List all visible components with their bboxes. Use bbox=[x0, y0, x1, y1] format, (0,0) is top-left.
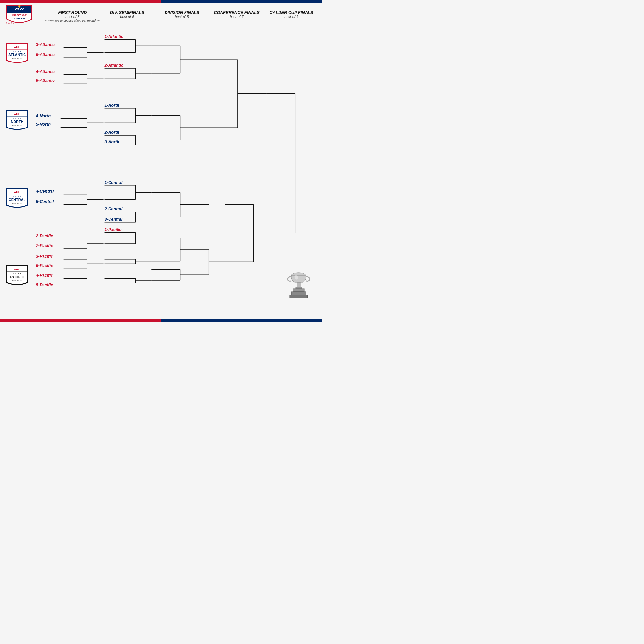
team-2-north: 2-North bbox=[104, 130, 119, 135]
team-1-atlantic: 1-Atlantic bbox=[105, 34, 124, 39]
bracket-svg: 3-Atlantic 6-Atlantic 4-Atlantic 5-Atlan… bbox=[0, 28, 322, 319]
team-2-atlantic: 2-Atlantic bbox=[104, 63, 124, 68]
round-2-title: DIV. SEMIFINALS bbox=[100, 10, 155, 15]
calder-cup-logo: 20 22 CALDER CUP PLAYOFFS 🏆 ★★★★★ bbox=[3, 3, 35, 26]
team-1-north: 1-North bbox=[105, 103, 119, 108]
svg-rect-125 bbox=[297, 282, 300, 287]
round-header-calder-finals: CALDER CUP FINALS best-of-7 bbox=[264, 10, 319, 19]
team-5-atlantic: 5-Atlantic bbox=[36, 78, 55, 83]
round-4-format: best-of-7 bbox=[209, 15, 264, 19]
svg-text:PLAYOFFS: PLAYOFFS bbox=[14, 17, 25, 20]
round-header-div-semi: DIV. SEMIFINALS best-of-5 bbox=[100, 10, 155, 19]
calder-cup-trophy bbox=[285, 270, 312, 300]
team-2-central: 2-Central bbox=[104, 206, 123, 211]
header: 20 22 CALDER CUP PLAYOFFS 🏆 ★★★★★ FIRST … bbox=[0, 3, 322, 28]
round-4-title: CONFERENCE FINALS bbox=[209, 10, 264, 15]
team-4-central: 4-Central bbox=[35, 189, 54, 194]
team-6-pacific: 6-Pacific bbox=[36, 263, 53, 268]
team-1-pacific: 1-Pacific bbox=[105, 227, 122, 232]
svg-text:★★★★★: ★★★★★ bbox=[6, 22, 14, 24]
svg-rect-127 bbox=[293, 289, 304, 292]
round-1-note: *** winners re-seeded after First Round … bbox=[45, 19, 100, 23]
round-header-div-finals: DIVISION FINALS best-of-5 bbox=[155, 10, 209, 19]
round-1-format: best-of-3 bbox=[45, 15, 100, 19]
round-2-format: best-of-5 bbox=[100, 15, 155, 19]
top-bar bbox=[0, 0, 322, 3]
team-4-north: 4-North bbox=[35, 113, 51, 118]
bracket-area: AHL ★ ★ ★ ★ ATLANTIC DIVISION AHL ★ ★ ★ … bbox=[0, 28, 322, 319]
team-1-central: 1-Central bbox=[105, 180, 123, 185]
team-5-central: 5-Central bbox=[36, 199, 54, 204]
round-5-title: CALDER CUP FINALS bbox=[264, 10, 319, 15]
team-2-pacific: 2-Pacific bbox=[35, 233, 53, 238]
svg-rect-126 bbox=[296, 287, 302, 289]
svg-text:CALDER CUP: CALDER CUP bbox=[12, 14, 27, 16]
round-headers: FIRST ROUND best-of-3 *** winners re-see… bbox=[39, 8, 319, 23]
round-header-conf-finals: CONFERENCE FINALS best-of-7 bbox=[209, 10, 264, 19]
svg-rect-129 bbox=[290, 295, 308, 298]
svg-text:🏆: 🏆 bbox=[18, 5, 21, 8]
team-6-atlantic: 6-Atlantic bbox=[36, 52, 55, 57]
team-4-pacific: 4-Pacific bbox=[35, 273, 53, 278]
bottom-bar bbox=[0, 319, 322, 322]
svg-rect-128 bbox=[291, 292, 306, 295]
round-5-format: best-of-7 bbox=[264, 15, 319, 19]
round-header-first: FIRST ROUND best-of-3 *** winners re-see… bbox=[45, 10, 100, 23]
round-3-title: DIVISION FINALS bbox=[155, 10, 209, 15]
team-3-north: 3-North bbox=[105, 139, 119, 144]
team-3-atlantic: 3-Atlantic bbox=[36, 42, 55, 47]
team-5-north: 5-North bbox=[36, 122, 51, 127]
logo-area: 20 22 CALDER CUP PLAYOFFS 🏆 ★★★★★ bbox=[3, 3, 39, 28]
round-3-format: best-of-5 bbox=[155, 15, 209, 19]
team-5-pacific: 5-Pacific bbox=[36, 282, 53, 287]
team-4-atlantic: 4-Atlantic bbox=[35, 69, 55, 74]
team-3-central: 3-Central bbox=[105, 217, 123, 222]
team-3-pacific: 3-Pacific bbox=[36, 254, 53, 259]
team-7-pacific: 7-Pacific bbox=[36, 243, 53, 248]
round-1-title: FIRST ROUND bbox=[45, 10, 100, 15]
